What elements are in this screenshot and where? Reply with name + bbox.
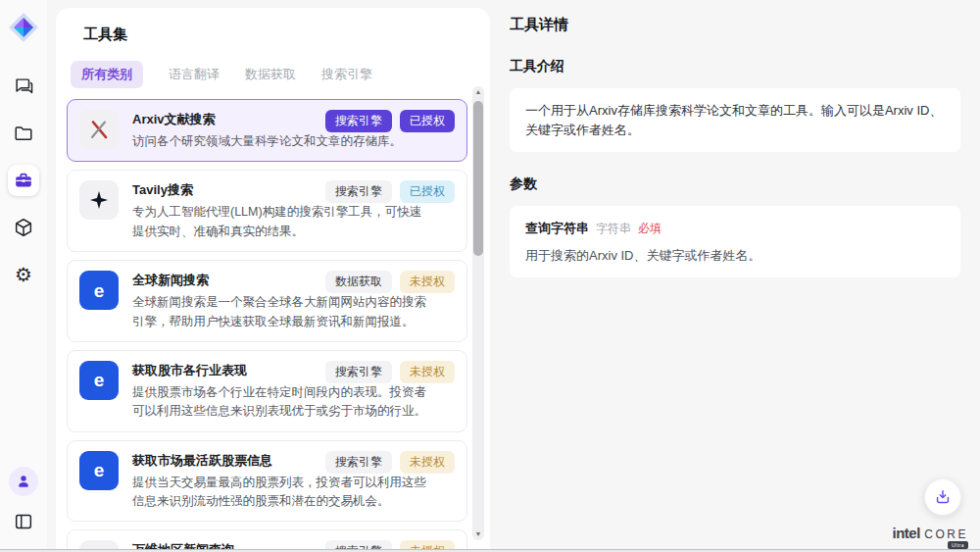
scrollbar-thumb[interactable] xyxy=(473,101,483,256)
category-tabs: 所有类别 语言翻译 数据获取 搜索引擎 xyxy=(71,61,467,88)
tool-card-global-news[interactable]: e 全球新闻搜索 全球新闻搜索是一个聚合全球各大新闻网站内容的搜索引擎，帮助用户… xyxy=(67,260,467,342)
tool-details-panel: 工具详情 工具介绍 一个用于从Arxiv存储库搜索科学论文和文章的工具。输入可以… xyxy=(490,0,980,549)
toolset-panel: 工具集 所有类别 语言翻译 数据获取 搜索引擎 Arxiv文献搜索 访问各个研究… xyxy=(56,8,490,552)
auth-status-badge: 已授权 xyxy=(400,110,455,132)
user-avatar-icon[interactable] xyxy=(9,467,38,496)
intro-heading: 工具介绍 xyxy=(510,58,960,75)
stock-tool-logo-icon: e xyxy=(79,451,119,490)
tool-description: 提供当天交易量最高的股票列表，投资者可以利用这些信息来识别流动性强的股票和潜在的… xyxy=(132,474,428,512)
tab-data-fetch[interactable]: 数据获取 xyxy=(245,61,296,88)
tool-description: 访问各个研究领域大量科学论文和文章的存储库。 xyxy=(132,132,428,151)
param-box: 查询字符串 字符串 必填 用于搜索的Arxiv ID、关键字或作者姓名。 xyxy=(510,206,960,277)
tool-card-arxiv[interactable]: Arxiv文献搜索 访问各个研究领域大量科学论文和文章的存储库。 搜索引擎 已授… xyxy=(67,99,467,162)
intro-box: 一个用于从Arxiv存储库搜索科学论文和文章的工具。输入可以是Arxiv ID、… xyxy=(510,88,960,152)
tab-language-translation[interactable]: 语言翻译 xyxy=(169,61,220,88)
download-button[interactable] xyxy=(924,478,961,516)
tool-card-list: Arxiv文献搜索 访问各个研究领域大量科学论文和文章的存储库。 搜索引擎 已授… xyxy=(67,99,467,552)
category-badge: 数据获取 xyxy=(325,271,392,293)
param-description: 用于搜索的Arxiv ID、关键字或作者姓名。 xyxy=(525,246,945,266)
param-type: 字符串 xyxy=(596,220,631,237)
stock-tool-logo-icon: e xyxy=(79,361,119,400)
category-badge: 搜索引擎 xyxy=(325,361,392,383)
tab-search-engine[interactable]: 搜索引擎 xyxy=(321,61,372,88)
rail-nav: ⚙ xyxy=(8,71,39,290)
tool-description: 提供股票市场各个行业在特定时间段内的表现。投资者可以利用这些信息来识别表现优于或… xyxy=(132,383,428,422)
param-required-flag: 必填 xyxy=(638,220,662,237)
details-title: 工具详情 xyxy=(510,16,960,34)
category-badge: 搜索引擎 xyxy=(325,180,392,203)
auth-status-badge: 未授权 xyxy=(400,271,455,293)
download-icon xyxy=(933,487,953,507)
toolset-title: 工具集 xyxy=(83,25,467,44)
category-badge: 搜索引擎 xyxy=(325,110,392,132)
tab-all-categories[interactable]: 所有类别 xyxy=(71,61,143,88)
folder-icon[interactable] xyxy=(8,118,39,149)
chat-icon[interactable] xyxy=(8,71,39,102)
tool-description: 专为人工智能代理(LLM)构建的搜索引擎工具，可快速提供实时、准确和真实的结果。 xyxy=(132,203,428,241)
intel-core-logo: intel CORE Ultra xyxy=(893,525,968,542)
settings-gear-icon[interactable]: ⚙ xyxy=(8,259,39,290)
list-scrollbar[interactable]: ▲ ▼ xyxy=(472,86,484,540)
auth-status-badge: 已授权 xyxy=(400,180,455,203)
package-icon[interactable] xyxy=(8,212,39,243)
params-heading: 参数 xyxy=(510,176,960,193)
side-panel-toggle-icon[interactable] xyxy=(8,506,39,537)
app-logo-icon xyxy=(6,10,41,45)
auth-status-badge: 未授权 xyxy=(400,361,455,383)
sparkle-star-icon xyxy=(79,180,119,220)
auth-status-badge: 未授权 xyxy=(400,451,455,474)
tool-card-sector-performance[interactable]: e 获取股市各行业表现 提供股票市场各个行业在特定时间段内的表现。投资者可以利用… xyxy=(67,350,467,432)
news-search-logo-icon: e xyxy=(79,271,119,310)
tool-description: 全球新闻搜索是一个聚合全球各大新闻网站内容的搜索引擎，帮助用户快速获取全球最新资… xyxy=(132,293,428,331)
category-badge: 搜索引擎 xyxy=(325,451,392,474)
toolbox-icon[interactable] xyxy=(8,165,39,196)
arxiv-logo-icon xyxy=(79,110,119,149)
rail-bottom xyxy=(8,467,39,537)
scroll-down-arrow-icon[interactable]: ▼ xyxy=(472,528,484,540)
tool-card-tavily[interactable]: Tavily搜索 专为人工智能代理(LLM)构建的搜索引擎工具，可快速提供实时、… xyxy=(67,170,467,252)
param-name: 查询字符串 xyxy=(525,219,589,238)
tool-card-most-active-stocks[interactable]: e 获取市场最活跃股票信息 提供当天交易量最高的股票列表，投资者可以利用这些信息… xyxy=(67,440,467,523)
left-rail: ⚙ xyxy=(0,0,47,549)
scroll-up-arrow-icon[interactable]: ▲ xyxy=(472,86,484,98)
